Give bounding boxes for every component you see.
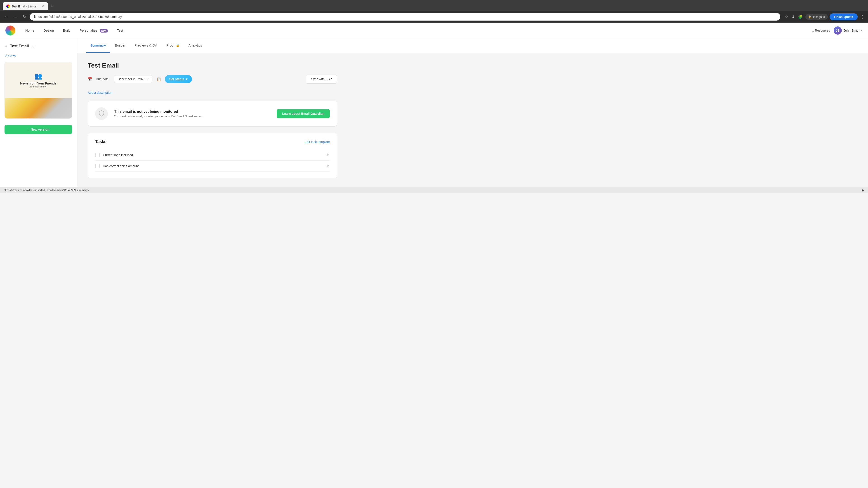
incognito-button[interactable]: 🕵 Incognito [805,14,828,20]
main-content: Summary Builder Previews & QA Proof 🔒 An… [77,38,868,187]
tab-proof[interactable]: Proof 🔒 [162,38,184,53]
browser-controls: ← → ↻ ☆ ⬇ 🧩 🕵 Incognito Finish update ⋮ [0,11,868,23]
task-item: Current logo included 🗑 [95,150,330,161]
page-layout: → Test Email ··· Unsorted 👥 News from Yo… [0,38,868,187]
header-right: ℹ Resources JS John Smith ▾ [812,26,863,35]
calendar-dropdown-icon: ▾ [147,77,149,81]
calendar-icon: 📅 [88,77,92,81]
left-panel-header: → Test Email ··· [4,44,72,49]
tab-builder[interactable]: Builder [110,38,130,53]
email-title: Test Email [10,44,29,48]
guardian-text: This email is not yet being monitored Yo… [114,109,203,118]
nav-personalize[interactable]: Personalize New [76,27,112,34]
bookmark-button[interactable]: ☆ [784,14,789,20]
tasks-header: Tasks Edit task template [95,139,330,144]
incognito-label: Incognito [813,15,825,19]
browser-chrome: Test Email › Litmus ✕ + ← → ↻ ☆ ⬇ 🧩 🕵 In… [0,0,868,23]
favicon-icon [6,4,10,8]
finish-update-button[interactable]: Finish update [830,13,858,20]
resources-button[interactable]: ℹ Resources [812,29,830,32]
task-1-checkbox[interactable] [95,153,100,157]
reload-button[interactable]: ↻ [21,13,28,20]
tabs-bar: Summary Builder Previews & QA Proof 🔒 An… [77,38,868,53]
preview-email-subtitle: Summer Edition [29,85,47,88]
due-date-label: Due date: [96,77,110,81]
summary-content: Test Email 📅 Due date: December 25, 2023… [77,53,348,187]
nav-design[interactable]: Design [40,27,58,34]
extensions-button[interactable]: 🧩 [797,14,804,20]
task-2-label: Has correct sales amount [103,164,323,168]
chevron-down-icon: ▾ [861,29,863,32]
nav-build[interactable]: Build [59,27,74,34]
user-name-label: John Smith [844,29,860,32]
user-menu[interactable]: JS John Smith ▾ [834,26,863,35]
incognito-icon: 🕵 [808,15,812,19]
status-arrow: ▶ [862,189,864,192]
address-bar[interactable] [30,13,780,21]
preview-email-title: News from Your Friends [20,82,57,85]
shield-icon [98,110,105,117]
guardian-card: This email is not yet being monitored Yo… [88,101,337,127]
preview-image-area [5,98,72,119]
tab-analytics[interactable]: Analytics [184,38,207,53]
guardian-title: This email is not yet being monitored [114,109,203,113]
set-status-button[interactable]: Set status ▾ [165,75,192,83]
browser-actions: ☆ ⬇ 🧩 🕵 Incognito Finish update ⋮ [784,13,865,20]
folder-link[interactable]: Unsorted [4,54,72,57]
tab-title: Test Email › Litmus [12,5,37,8]
tasks-title: Tasks [95,139,106,144]
active-browser-tab[interactable]: Test Email › Litmus ✕ [3,2,48,10]
tab-bar: Test Email › Litmus ✕ + [0,0,868,11]
set-status-chevron: ▾ [186,77,187,81]
task-1-delete-icon[interactable]: 🗑 [326,153,330,157]
due-date-picker[interactable]: December 25, 2023 ▾ [114,75,152,83]
nav-home[interactable]: Home [22,27,38,34]
status-url: https://litmus.com/folders/unsorted_emai… [4,189,89,192]
sidebar-toggle-icon[interactable]: → [4,45,8,48]
user-avatar: JS [834,26,842,35]
info-icon: ℹ [812,29,813,32]
guardian-description: You can't continuously monitor your emai… [114,115,203,118]
status-bar: https://litmus.com/folders/unsorted_emai… [0,187,868,193]
tasks-card: Tasks Edit task template Current logo in… [88,133,337,178]
due-date-value: December 25, 2023 [118,77,145,81]
preview-header-area: 👥 News from Your Friends Summer Edition [5,62,72,98]
sync-esp-button[interactable]: Sync with ESP [306,74,337,84]
browser-menu-button[interactable]: ⋮ [860,13,865,20]
edit-task-template-link[interactable]: Edit task template [305,140,330,144]
set-status-label: Set status [169,77,184,81]
summary-email-name: Test Email [88,62,337,69]
task-item: Has correct sales amount 🗑 [95,161,330,172]
new-version-label: New version [31,128,49,131]
forward-button[interactable]: → [12,13,19,20]
preview-emoji-icon: 👥 [34,72,42,80]
new-version-button[interactable]: ↑ New version [4,125,72,134]
main-nav: Home Design Build Personalize New Test [22,27,812,34]
upload-icon: ↑ [27,128,29,131]
left-panel: → Test Email ··· Unsorted 👥 News from Yo… [0,38,77,187]
proof-lock-icon: 🔒 [176,43,180,47]
add-description-link[interactable]: Add a description [88,91,337,94]
copy-icon[interactable]: 📋 [157,77,161,81]
app-logo[interactable] [5,26,16,35]
learn-guardian-button[interactable]: Learn about Email Guardian [277,109,330,118]
task-1-label: Current logo included [103,153,323,157]
personalize-new-badge: New [100,29,108,33]
tab-previews-qa[interactable]: Previews & QA [130,38,162,53]
nav-test[interactable]: Test [113,27,127,34]
download-button[interactable]: ⬇ [791,14,796,20]
back-button[interactable]: ← [3,13,10,20]
shield-icon-wrap [95,107,108,120]
email-more-button[interactable]: ··· [31,44,37,49]
task-2-checkbox[interactable] [95,164,100,168]
tab-summary[interactable]: Summary [86,38,110,53]
tab-close-button[interactable]: ✕ [41,4,44,8]
new-tab-button[interactable]: + [49,3,55,10]
task-2-delete-icon[interactable]: 🗑 [326,164,330,168]
app-header: Home Design Build Personalize New Test ℹ… [0,23,868,38]
email-preview-card: 👥 News from Your Friends Summer Edition [4,62,72,119]
meta-row: 📅 Due date: December 25, 2023 ▾ 📋 Set st… [88,74,337,84]
